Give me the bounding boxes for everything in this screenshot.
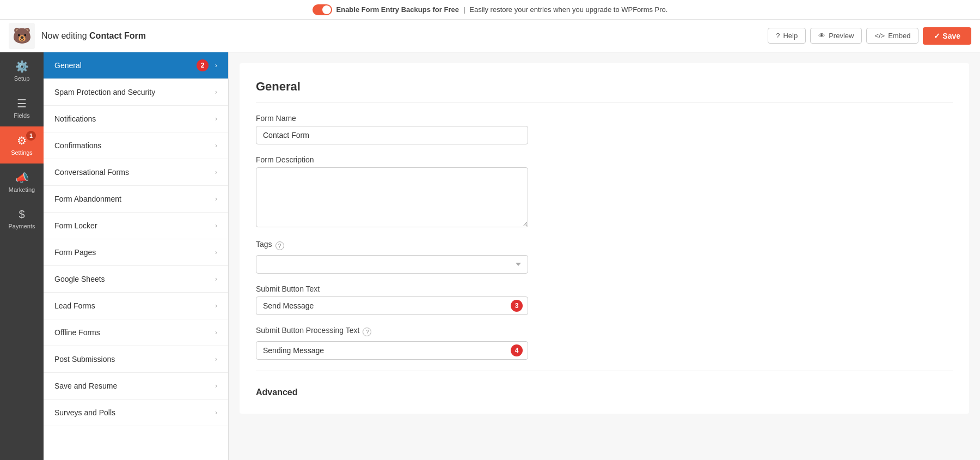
panel-title: General <box>256 80 953 103</box>
form-description-input[interactable] <box>256 167 528 227</box>
save-label: ✓ Save <box>934 32 960 40</box>
form-name-label: Form Name <box>256 114 953 123</box>
chevron-right-icon: › <box>215 88 217 96</box>
settings-item-form-pages[interactable]: Form Pages › <box>44 239 228 266</box>
submit-processing-input[interactable] <box>256 341 528 360</box>
submit-button-badge: 3 <box>511 300 523 312</box>
general-settings-panel: General Form Name Form Description Tags … <box>240 63 969 414</box>
save-button[interactable]: ✓ Save <box>923 27 971 45</box>
general-badge: 2 <box>197 59 209 71</box>
topbar-toggle-label: Enable Form Entry Backups for Free <box>336 5 459 14</box>
eye-icon: 👁 <box>818 32 825 40</box>
settings-item-abandonment-label: Form Abandonment <box>54 195 121 203</box>
section-divider <box>256 371 953 371</box>
form-description-label: Form Description <box>256 155 953 164</box>
settings-item-general[interactable]: General 2 › <box>44 52 228 79</box>
logo-emoji: 🐻 <box>13 27 32 45</box>
chevron-right-icon: › <box>215 329 217 336</box>
backup-toggle[interactable] <box>313 4 332 15</box>
form-name-input[interactable] <box>256 126 528 144</box>
settings-item-conversational-forms[interactable]: Conversational Forms › <box>44 159 228 186</box>
chevron-right-icon: › <box>215 355 217 363</box>
settings-item-notifications[interactable]: Notifications › <box>44 106 228 132</box>
submit-processing-group: Submit Button Processing Text ? 4 <box>256 326 953 360</box>
settings-item-locker-label: Form Locker <box>54 221 97 230</box>
top-notification-bar: Enable Form Entry Backups for Free | Eas… <box>0 0 980 20</box>
submit-button-text-group: Submit Button Text 3 <box>256 285 953 315</box>
submit-processing-wrapper: 4 <box>256 341 528 360</box>
code-icon: </> <box>874 32 885 40</box>
submit-button-text-label: Submit Button Text <box>256 285 953 293</box>
help-icon: ? <box>776 32 780 40</box>
advanced-section-title: Advanced <box>256 382 953 397</box>
sidebar-item-settings-label: Settings <box>11 149 33 156</box>
topbar-description: Easily restore your entries when you upg… <box>469 5 667 14</box>
settings-item-surveys-label: Surveys and Polls <box>54 408 115 417</box>
chevron-right-icon: › <box>215 275 217 283</box>
settings-item-general-label: General <box>54 61 82 70</box>
sidebar-item-marketing[interactable]: 📣 Marketing <box>0 164 44 201</box>
sidebar-item-settings[interactable]: ⚙ Settings 1 <box>0 126 44 164</box>
settings-item-post-submissions[interactable]: Post Submissions › <box>44 346 228 373</box>
tags-select[interactable] <box>256 255 528 274</box>
topbar-separator: | <box>463 5 465 14</box>
chevron-right-icon: › <box>215 382 217 390</box>
submit-button-text-wrapper: 3 <box>256 296 528 315</box>
sidebar-item-marketing-label: Marketing <box>9 186 35 193</box>
settings-item-confirmations[interactable]: Confirmations › <box>44 132 228 159</box>
settings-icon: ⚙ <box>17 134 27 147</box>
embed-button[interactable]: </> Embed <box>866 28 918 44</box>
logo: 🐻 <box>9 23 35 49</box>
settings-item-pages-label: Form Pages <box>54 248 96 257</box>
settings-item-form-locker[interactable]: Form Locker › <box>44 213 228 239</box>
sidebar-item-setup-label: Setup <box>14 75 30 82</box>
settings-badge: 1 <box>26 131 36 141</box>
marketing-icon: 📣 <box>15 171 29 184</box>
tags-label: Tags <box>256 240 272 249</box>
settings-item-surveys[interactable]: Surveys and Polls › <box>44 400 228 426</box>
settings-item-google-label: Google Sheets <box>54 275 105 283</box>
settings-item-save-label: Save and Resume <box>54 382 117 390</box>
settings-item-conversational-label: Conversational Forms <box>54 168 129 177</box>
main-layout: ⚙️ Setup ☰ Fields ⚙ Settings 1 📣 Marketi… <box>0 52 980 460</box>
chevron-right-icon: › <box>215 142 217 149</box>
submit-processing-badge: 4 <box>511 344 523 356</box>
form-name-group: Form Name <box>256 114 953 144</box>
chevron-right-icon: › <box>215 115 217 123</box>
sidebar-item-fields-label: Fields <box>14 112 29 119</box>
chevron-right-icon: › <box>215 168 217 176</box>
settings-item-notifications-label: Notifications <box>54 114 96 123</box>
sidebar-item-payments[interactable]: $ Payments <box>0 201 44 237</box>
fields-icon: ☰ <box>17 97 27 110</box>
preview-button[interactable]: 👁 Preview <box>810 28 862 44</box>
chevron-right-icon: › <box>215 222 217 229</box>
chevron-right-icon: › <box>215 195 217 203</box>
settings-item-offline-forms[interactable]: Offline Forms › <box>44 319 228 346</box>
tags-help-icon[interactable]: ? <box>275 241 284 250</box>
settings-item-post-label: Post Submissions <box>54 355 115 364</box>
submit-button-text-input[interactable] <box>256 296 528 315</box>
form-description-group: Form Description <box>256 155 953 229</box>
header: 🐻 Now editing Contact Form ? Help 👁 Prev… <box>0 20 980 52</box>
header-actions: ? Help 👁 Preview </> Embed ✓ Save <box>768 27 971 45</box>
processing-help-icon[interactable]: ? <box>363 328 371 336</box>
payments-icon: $ <box>19 208 24 221</box>
settings-item-form-abandonment[interactable]: Form Abandonment › <box>44 186 228 213</box>
help-button[interactable]: ? Help <box>768 28 806 44</box>
icon-nav: ⚙️ Setup ☰ Fields ⚙ Settings 1 📣 Marketi… <box>0 52 44 460</box>
sidebar-item-payments-label: Payments <box>9 223 35 229</box>
chevron-right-icon: › <box>215 249 217 256</box>
settings-item-spam-protection[interactable]: Spam Protection and Security › <box>44 79 228 106</box>
sidebar-item-fields[interactable]: ☰ Fields <box>0 89 44 126</box>
settings-item-confirmations-label: Confirmations <box>54 141 101 150</box>
settings-item-save-resume[interactable]: Save and Resume › <box>44 373 228 400</box>
setup-icon: ⚙️ <box>15 60 29 73</box>
sidebar-item-setup[interactable]: ⚙️ Setup <box>0 52 44 89</box>
tags-group: Tags ? <box>256 240 953 274</box>
settings-sidebar: General 2 › Spam Protection and Security… <box>44 52 229 460</box>
chevron-right-icon: › <box>215 409 217 416</box>
settings-item-google-sheets[interactable]: Google Sheets › <box>44 266 228 293</box>
form-name-header: Contact Form <box>89 31 146 40</box>
settings-item-lead-forms[interactable]: Lead Forms › <box>44 293 228 319</box>
header-title: Now editing Contact Form <box>41 31 146 41</box>
